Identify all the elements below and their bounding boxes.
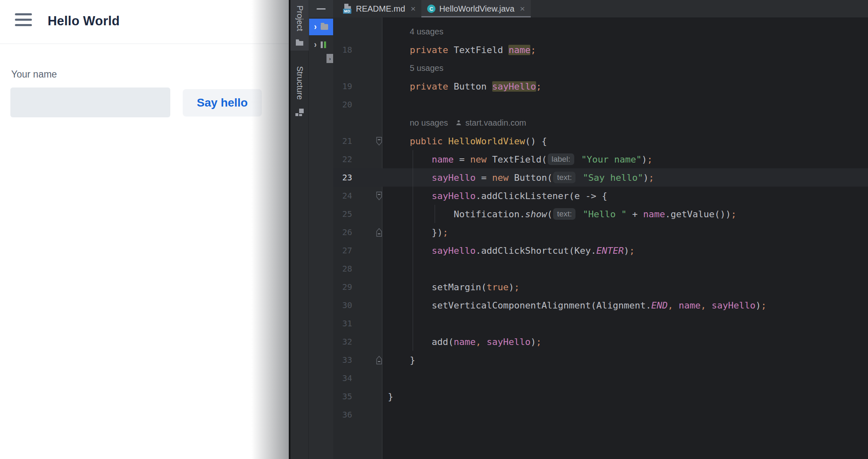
name-input[interactable]	[10, 87, 170, 117]
fold-down-icon[interactable]	[376, 192, 382, 202]
say-hello-button[interactable]: Say hello	[183, 89, 262, 117]
code-line[interactable]: 36	[333, 406, 868, 424]
code-token: ,	[476, 337, 481, 347]
code-token: ;	[530, 45, 536, 55]
line-number[interactable]: 23	[333, 172, 352, 182]
line-number[interactable]: 24	[333, 191, 352, 201]
parameter-hint[interactable]: text:	[553, 172, 575, 183]
tab-helloworldview-java[interactable]: C HelloWorldView.java ×	[421, 0, 531, 17]
code-token: END	[651, 300, 668, 311]
inlay-hint-row[interactable]: no usagesstart.vaadin.com	[333, 114, 868, 132]
code-token: ENTER	[596, 245, 624, 256]
close-tab-icon[interactable]: ×	[518, 4, 525, 14]
code-text: setVerticalComponentAlignment(Alignment.…	[382, 296, 766, 314]
code-line[interactable]: 23 sayHello = new Button(text: "Say hell…	[333, 168, 868, 187]
code-token	[673, 300, 679, 311]
inlay-hint-row[interactable]: 4 usages	[333, 22, 868, 41]
line-number[interactable]: 32	[333, 337, 352, 347]
gutter-cell	[352, 223, 382, 241]
code-token	[577, 172, 583, 183]
line-number[interactable]: 29	[333, 282, 352, 292]
line-number[interactable]: 33	[333, 355, 352, 365]
code-line[interactable]: 35}	[333, 387, 868, 406]
chevron-right-icon[interactable]: ›	[314, 22, 317, 32]
code-token: )	[643, 172, 648, 183]
gutter-cell	[352, 406, 382, 424]
code-line[interactable]: 34	[333, 369, 868, 387]
code-line[interactable]: 25 Notification.show(text: "Hello " + na…	[333, 205, 868, 223]
gutter-cell	[352, 168, 382, 187]
line-number[interactable]: 27	[333, 245, 352, 255]
line-number[interactable]: 26	[333, 227, 352, 237]
code-token	[388, 136, 410, 146]
code-line[interactable]: 24 sayHello.addClickListener(e -> {	[333, 187, 868, 205]
code-token: ;	[649, 172, 654, 183]
code-line[interactable]: 21 public HelloWorldView() {	[333, 132, 868, 150]
parameter-hint[interactable]: text:	[553, 208, 575, 220]
tree-row-selected[interactable]: ›	[309, 19, 333, 35]
line-number[interactable]: 21	[333, 136, 352, 146]
gutter-cell	[352, 114, 382, 132]
tab-readme-md[interactable]: MD README.md ×	[337, 0, 421, 17]
chevron-right-icon[interactable]: ›	[314, 39, 317, 50]
gutter-cell	[352, 387, 382, 406]
code-token	[481, 337, 486, 347]
line-number[interactable]: 18	[333, 45, 352, 55]
line-number[interactable]: 28	[333, 264, 352, 274]
code-token: "Your name"	[581, 154, 642, 165]
code-line[interactable]: 31	[333, 314, 868, 333]
code-token: HelloWorldView	[448, 136, 525, 146]
tree-row[interactable]: ›	[309, 36, 333, 53]
parameter-hint[interactable]: label:	[548, 153, 574, 165]
hide-toolwindow-icon[interactable]	[317, 8, 326, 10]
browser-pane: Hello World Your name Say hello	[0, 0, 289, 459]
line-number[interactable]: 20	[333, 100, 352, 109]
code-line[interactable]: 19 private Button sayHello;	[333, 77, 868, 95]
code-editor[interactable]: 4 usages18 private TextField name;5 usag…	[333, 17, 868, 459]
usages-inlay-text[interactable]: 4 usages	[410, 27, 443, 36]
code-line[interactable]: 27 sayHello.addClickShortcut(Key.ENTER);	[333, 241, 868, 260]
inlay-hint-row[interactable]: 5 usages	[333, 59, 868, 77]
code-line[interactable]: 30 setVerticalComponentAlignment(Alignme…	[333, 296, 868, 314]
code-token: sayHello	[492, 81, 536, 92]
code-line[interactable]: 26 });	[333, 223, 868, 241]
usages-inlay-text[interactable]: start.vaadin.com	[465, 118, 526, 128]
code-line[interactable]: 29 setMargin(true);	[333, 278, 868, 296]
fold-down-icon[interactable]	[376, 137, 382, 147]
code-line[interactable]: 33 }	[333, 351, 868, 369]
usages-inlay-text[interactable]: no usages	[410, 118, 448, 128]
line-number[interactable]: 30	[333, 300, 352, 310]
close-tab-icon[interactable]: ×	[409, 4, 416, 14]
line-number[interactable]: 34	[333, 373, 352, 383]
code-token	[576, 154, 581, 165]
code-line[interactable]: 28	[333, 260, 868, 278]
line-number[interactable]: 35	[333, 391, 352, 401]
code-text	[382, 260, 388, 278]
code-token: ;	[647, 154, 653, 165]
hamburger-menu-icon[interactable]	[15, 13, 32, 29]
fold-up-icon[interactable]	[376, 356, 382, 366]
code-token: show	[525, 209, 547, 219]
code-text: no usagesstart.vaadin.com	[382, 114, 526, 132]
code-token: setMargin(	[388, 282, 486, 292]
code-line[interactable]: 18 private TextField name;	[333, 41, 868, 59]
code-token	[388, 81, 410, 92]
code-line[interactable]: 22 name = new TextField(label: "Your nam…	[333, 150, 868, 168]
line-number[interactable]: 25	[333, 209, 352, 219]
usages-inlay-text[interactable]: 5 usages	[410, 63, 443, 73]
code-token: .addClickShortcut(Key.	[476, 245, 596, 256]
line-number[interactable]: 31	[333, 318, 352, 328]
stripe-button-structure[interactable]: Structure	[290, 60, 309, 122]
fold-up-icon[interactable]	[376, 228, 382, 238]
code-token: .getValue())	[665, 209, 731, 219]
toolwindow-stripe: Project Structure	[290, 0, 309, 459]
gutter-cell	[352, 205, 382, 223]
code-token: add(	[388, 337, 454, 347]
code-line[interactable]: 20	[333, 95, 868, 114]
tree-scroll-chevron-icon[interactable]: ›	[326, 54, 334, 63]
line-number[interactable]: 22	[333, 154, 352, 164]
line-number[interactable]: 19	[333, 81, 352, 91]
stripe-button-project[interactable]: Project	[290, 0, 309, 51]
code-line[interactable]: 32 add(name, sayHello);	[333, 333, 868, 351]
line-number[interactable]: 36	[333, 410, 352, 420]
